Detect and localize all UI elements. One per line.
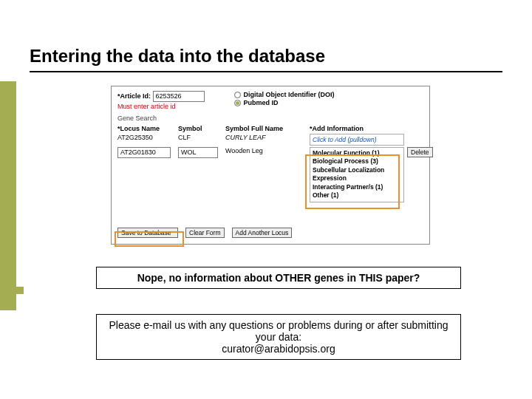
accent-square: [16, 287, 24, 294]
info-list: Molecular Function (1) Biological Proces…: [310, 147, 404, 202]
info-ex[interactable]: Expression: [313, 174, 401, 183]
gene-search-label: Gene Search: [117, 115, 423, 122]
note-box-2: Please e-mail us with any questions or p…: [96, 314, 461, 360]
page-title: Entering the data into the database: [30, 46, 502, 72]
error-message: Must enter article id: [117, 103, 205, 110]
info-ip[interactable]: Interacting Partner/s (1): [313, 183, 401, 191]
fullname-value: CURLY LEAF: [225, 134, 307, 141]
radio-doi[interactable]: [234, 92, 241, 98]
locus-input[interactable]: AT2G01830: [117, 147, 171, 158]
symbol-input[interactable]: WOL: [178, 147, 218, 158]
info-mf[interactable]: Molecular Function (1): [313, 149, 401, 157]
radio-pubmed-label: Pubmed ID: [244, 99, 279, 106]
note-box-1: Nope, no information about OTHER genes i…: [96, 267, 461, 289]
table-row: AT2G01830 WOL Wooden Leg Molecular Funct…: [117, 147, 423, 202]
col-symbol: Symbol: [178, 125, 222, 132]
table-row: AT2G25350 CLF CURLY LEAF Click to Add (p…: [117, 134, 423, 146]
info-ot[interactable]: Other (1): [313, 191, 401, 200]
form-panel: *Article Id: 6253526 Must enter article …: [111, 86, 430, 245]
info-bp[interactable]: Biological Process (3): [313, 157, 401, 166]
fullname-value: Wooden Leg: [225, 147, 307, 154]
locus-value: AT2G25350: [117, 134, 175, 141]
note-text: Please e-mail us with any questions or p…: [109, 319, 448, 343]
col-fullname: Symbol Full Name: [225, 125, 307, 132]
add-info-link[interactable]: Click to Add (pulldown): [313, 136, 377, 143]
col-locus: *Locus Name: [117, 125, 175, 132]
article-id-label: *Article Id:: [117, 92, 151, 100]
radio-doi-label: Digital Object Identifier (DOI): [244, 91, 335, 98]
info-sl[interactable]: Subcellular Localization: [313, 166, 401, 174]
email-link[interactable]: curator@arabidopsis.org: [222, 343, 335, 355]
col-addinfo: *Add Information: [310, 125, 404, 132]
symbol-value: CLF: [178, 134, 222, 141]
add-locus-button[interactable]: Add Another Locus: [232, 228, 293, 238]
article-id-input[interactable]: 6253526: [153, 91, 205, 102]
radio-pubmed[interactable]: [234, 100, 241, 106]
accent-bar: [0, 81, 16, 310]
save-button[interactable]: Save to Database: [117, 228, 178, 238]
clear-button[interactable]: Clear Form: [185, 228, 225, 238]
delete-button[interactable]: Delete: [407, 147, 433, 157]
